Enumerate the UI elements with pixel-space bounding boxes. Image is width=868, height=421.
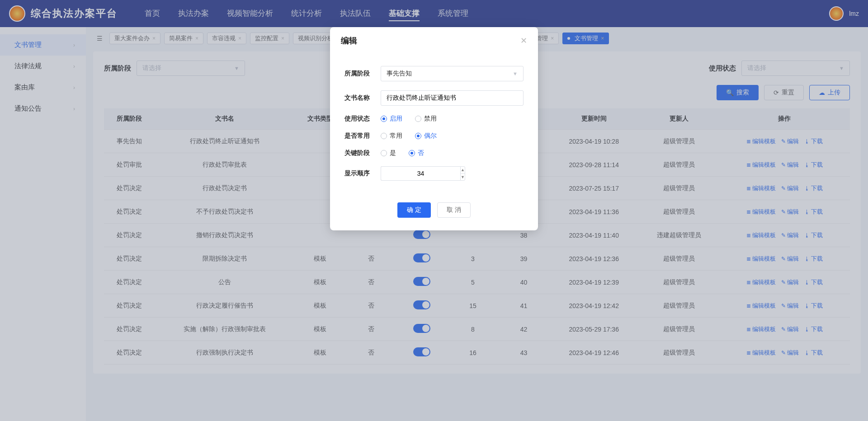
radio-status-enable-label: 启用	[390, 115, 402, 123]
field-stage-select[interactable]: 事先告知 ▼	[381, 66, 524, 81]
field-order-label: 显示顺序	[344, 169, 381, 178]
field-key-label: 关键阶段	[344, 149, 381, 157]
field-name-label: 文书名称	[344, 94, 381, 102]
modal-mask[interactable]: 编辑 ✕ 所属阶段 事先告知 ▼ 文书名称 使用状态	[0, 0, 868, 421]
close-icon[interactable]: ✕	[520, 36, 527, 46]
radio-common-no[interactable]: 偶尔	[415, 132, 437, 140]
field-common-label: 是否常用	[344, 132, 381, 140]
cancel-button[interactable]: 取 消	[437, 202, 471, 218]
radio-icon	[409, 150, 415, 156]
radio-common-yes[interactable]: 常用	[381, 132, 402, 140]
radio-icon	[381, 133, 387, 139]
radio-key-yes[interactable]: 是	[381, 149, 396, 157]
radio-icon	[381, 116, 387, 122]
radio-key-no-label: 否	[418, 149, 424, 157]
radio-icon	[381, 150, 387, 156]
modal-footer: 确 定 取 消	[330, 193, 538, 230]
radio-status-disable[interactable]: 禁用	[415, 115, 437, 123]
radio-key-no[interactable]: 否	[409, 149, 424, 157]
radio-common-yes-label: 常用	[390, 132, 402, 140]
field-stage-value: 事先告知	[387, 70, 412, 78]
modal-header: 编辑 ✕	[330, 27, 538, 50]
field-status-label: 使用状态	[344, 115, 381, 123]
stepper-down-icon[interactable]: ▼	[461, 174, 465, 181]
field-order-input[interactable]	[381, 166, 460, 181]
radio-status-disable-label: 禁用	[424, 115, 437, 123]
field-stage-label: 所属阶段	[344, 70, 381, 78]
edit-modal: 编辑 ✕ 所属阶段 事先告知 ▼ 文书名称 使用状态	[330, 27, 538, 230]
field-order-stepper[interactable]: ▲ ▼	[381, 166, 462, 181]
stepper-up-icon[interactable]: ▲	[461, 167, 465, 174]
chevron-down-icon: ▼	[513, 71, 518, 76]
radio-icon	[415, 133, 421, 139]
radio-key-yes-label: 是	[390, 149, 396, 157]
radio-icon	[415, 116, 421, 122]
radio-status-enable[interactable]: 启用	[381, 115, 402, 123]
modal-title: 编辑	[341, 35, 357, 46]
ok-button[interactable]: 确 定	[397, 202, 431, 218]
modal-body: 所属阶段 事先告知 ▼ 文书名称 使用状态	[330, 50, 538, 193]
field-name-input[interactable]	[381, 90, 524, 106]
radio-common-no-label: 偶尔	[424, 132, 437, 140]
